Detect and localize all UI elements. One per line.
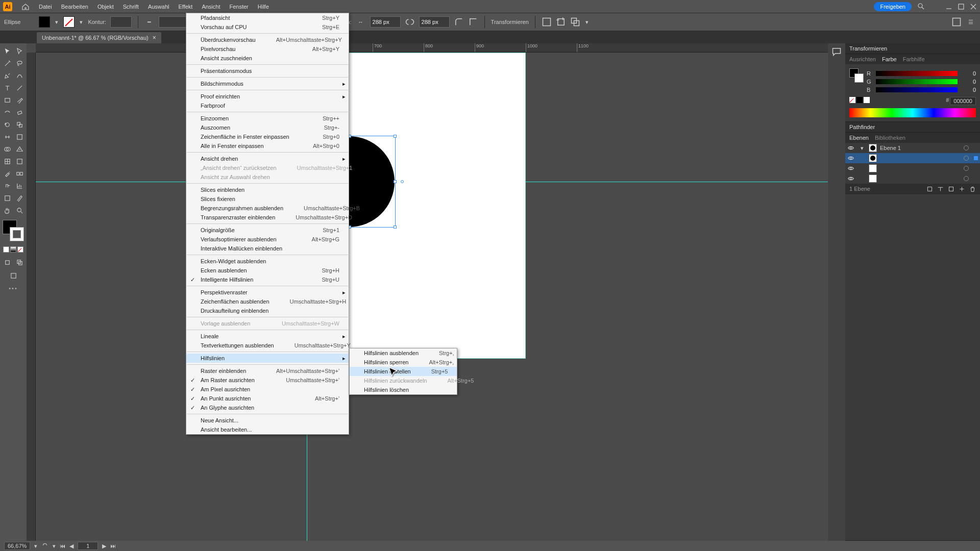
menu-item[interactable]: Ecken-Widget ausblenden	[186, 257, 349, 266]
panel-fill-stroke[interactable]	[849, 68, 864, 83]
green-value[interactable]: 0	[961, 79, 976, 85]
menu-item[interactable]: Textverkettungen ausblendenUmschalttaste…	[186, 341, 349, 350]
farbhilfe-tab[interactable]: Farbhilfe	[903, 56, 925, 62]
blue-slider[interactable]	[876, 87, 958, 92]
page-field[interactable]: 1	[78, 542, 98, 550]
screen-mode-icon[interactable]	[8, 270, 19, 281]
menu-item[interactable]: Slices fixieren	[186, 194, 349, 204]
menu-item[interactable]: ✓Am Pixel ausrichten	[186, 385, 349, 394]
blend-tool[interactable]	[14, 168, 25, 179]
panel-dock-icon[interactable]	[951, 17, 962, 27]
menu-item[interactable]: Lineale▸	[186, 332, 349, 341]
menu-item[interactable]: Interaktive Mallücken einblenden	[186, 244, 349, 253]
none-swatch-icon[interactable]	[849, 97, 855, 103]
rectangle-tool[interactable]	[2, 94, 13, 106]
green-slider[interactable]	[876, 79, 958, 84]
menu-item[interactable]: ✓Am Raster ausrichtenUmschalttaste+Strg+…	[186, 375, 349, 385]
menu-item[interactable]: ✓An Glyphe ausrichten	[186, 403, 349, 412]
gradient-mode-icon[interactable]	[10, 246, 16, 253]
magic-wand-tool[interactable]	[2, 58, 13, 69]
zoom-tool[interactable]	[14, 205, 25, 216]
menu-item[interactable]: Bildschirmmodus▸	[186, 79, 349, 88]
isolate-icon[interactable]	[542, 17, 552, 27]
hex-value[interactable]: 000000	[950, 97, 976, 105]
blue-value[interactable]: 0	[961, 87, 976, 93]
layer-row[interactable]	[845, 163, 980, 173]
menu-ansicht[interactable]: Ansicht	[202, 4, 220, 10]
red-slider[interactable]	[876, 71, 958, 76]
anchor-point[interactable]	[401, 180, 404, 183]
menu-fenster[interactable]: Fenster	[229, 4, 248, 10]
canvas[interactable]	[36, 53, 828, 541]
menu-item[interactable]: Druckaufteilung einblenden	[186, 306, 349, 315]
menu-item[interactable]: PfadansichtStrg+Y	[186, 13, 349, 22]
menu-item[interactable]: Vorschau auf CPUStrg+E	[186, 22, 349, 32]
visibility-icon[interactable]	[847, 155, 854, 162]
width-tool[interactable]	[2, 131, 13, 142]
fill-stroke-swatches[interactable]	[3, 220, 24, 241]
menu-item[interactable]: Farbproof	[186, 101, 349, 110]
menu-item[interactable]: Ansicht drehen▸	[186, 154, 349, 163]
close-icon[interactable]: ×	[153, 34, 156, 41]
layer-row[interactable]: ▾Ebene 1	[845, 143, 980, 153]
menu-item[interactable]: ✓An Punkt ausrichtenAlt+Strg+'	[186, 394, 349, 403]
white-swatch-icon[interactable]	[864, 97, 870, 103]
corner-icon[interactable]	[454, 17, 464, 27]
visibility-icon[interactable]	[847, 175, 854, 182]
target-icon[interactable]	[964, 156, 969, 161]
menu-item[interactable]: Hilfslinien ausblendenStrg+,	[350, 348, 457, 358]
line-tool[interactable]	[14, 82, 25, 93]
document-tab[interactable]: Unbenannt-1* @ 66.67 % (RGB/Vorschau) ×	[37, 32, 161, 43]
black-swatch-icon[interactable]	[856, 97, 863, 103]
free-transform-tool[interactable]	[14, 131, 25, 142]
comments-icon[interactable]	[831, 46, 842, 57]
menu-item[interactable]: EinzoomenStrg++	[186, 114, 349, 123]
perspective-tool[interactable]	[14, 143, 25, 155]
vertical-ruler[interactable]	[27, 53, 36, 541]
menu-item[interactable]: Ansicht zuschneiden	[186, 54, 349, 63]
shape-builder-tool[interactable]	[2, 143, 13, 155]
scale-tool[interactable]	[14, 119, 25, 130]
target-icon[interactable]	[964, 176, 969, 181]
visibility-icon[interactable]	[847, 144, 854, 152]
chevron-down-icon[interactable]: ▾	[79, 19, 84, 26]
rotate-tool[interactable]	[2, 119, 13, 130]
link-icon[interactable]	[405, 17, 415, 27]
menu-item[interactable]: Proof einrichten▸	[186, 92, 349, 101]
menu-item[interactable]: Perspektivenraster▸	[186, 288, 349, 297]
lasso-tool[interactable]	[14, 58, 25, 69]
menu-item[interactable]: Transparenzraster einblendenUmschalttast…	[186, 213, 349, 222]
curvature-tool[interactable]	[14, 70, 25, 81]
menu-objekt[interactable]: Objekt	[97, 4, 114, 10]
menu-item[interactable]: Hilfslinien▸	[186, 354, 349, 363]
menu-item[interactable]: Neue Ansicht...	[186, 416, 349, 425]
menu-item[interactable]: Ecken ausblendenStrg+H	[186, 266, 349, 275]
hand-tool[interactable]	[2, 205, 13, 216]
draw-behind-icon[interactable]	[14, 257, 25, 268]
color-mode-icon[interactable]	[3, 246, 9, 253]
menu-auswahl[interactable]: Auswahl	[148, 4, 169, 10]
symbol-sprayer-tool[interactable]	[2, 180, 13, 191]
bibliotheken-tab[interactable]: Bibliotheken	[875, 135, 905, 141]
menu-item[interactable]: OriginalgrößeStrg+1	[186, 226, 349, 235]
mesh-tool[interactable]	[2, 156, 13, 167]
menu-schrift[interactable]: Schrift	[123, 4, 139, 10]
paintbrush-tool[interactable]	[14, 94, 25, 106]
crop-icon[interactable]	[556, 17, 566, 27]
gradient-tool[interactable]	[14, 156, 25, 167]
target-icon[interactable]	[964, 166, 969, 171]
arrange-icon[interactable]	[570, 17, 580, 27]
menu-item[interactable]: Raster einblendenAlt+Umschalttaste+Strg+…	[186, 366, 349, 375]
corner-icon[interactable]	[468, 17, 478, 27]
spectrum-picker[interactable]	[849, 108, 976, 117]
menu-effekt[interactable]: Effekt	[178, 4, 192, 10]
width-field[interactable]	[370, 16, 401, 28]
menu-item[interactable]: Alle in Fenster einpassenAlt+Strg+0	[186, 141, 349, 151]
artboard-tool[interactable]	[2, 192, 13, 204]
eraser-tool[interactable]	[14, 107, 25, 118]
ebenen-tab[interactable]: Ebenen	[849, 135, 869, 141]
visibility-icon[interactable]	[847, 165, 854, 172]
type-tool[interactable]	[2, 82, 13, 93]
stroke-swatch[interactable]	[63, 16, 75, 28]
brush-icon[interactable]: ━	[144, 17, 155, 27]
